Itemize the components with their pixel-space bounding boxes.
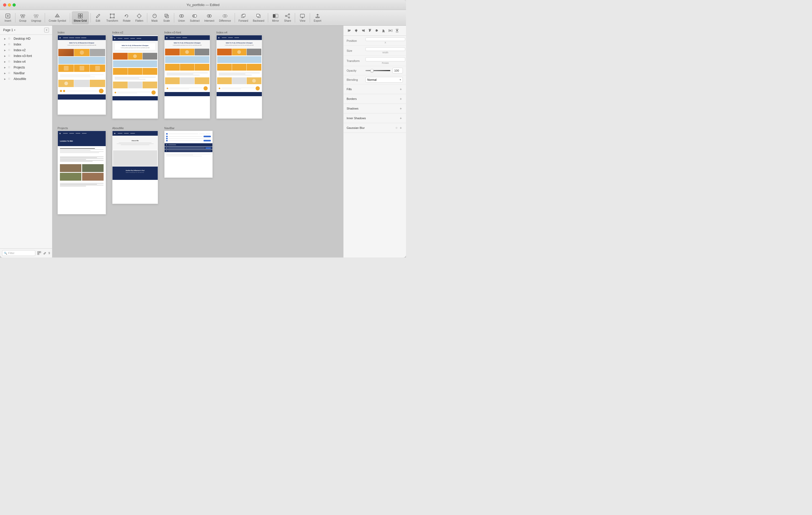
- svg-point-42: [285, 16, 287, 17]
- add-fill-button[interactable]: +: [399, 87, 403, 91]
- shadows-title: Shadows: [347, 107, 358, 110]
- share-label: Share: [284, 19, 291, 22]
- svg-marker-21: [124, 15, 126, 16]
- svg-rect-65: [369, 29, 371, 30]
- rotate-input[interactable]: [366, 57, 405, 61]
- forward-button[interactable]: Forward: [236, 11, 250, 24]
- align-bottom-button[interactable]: [381, 28, 386, 33]
- shadows-header[interactable]: Shadows +: [347, 105, 403, 112]
- artboard-frame-index-v2[interactable]: Hello! I'm Yu Qi, UX Researcher & Design…: [112, 35, 158, 119]
- transform-button[interactable]: Transform: [105, 11, 120, 24]
- svg-point-19: [110, 17, 111, 18]
- artboard-icon: □: [8, 77, 12, 81]
- align-center-h-button[interactable]: [353, 28, 359, 33]
- export-button[interactable]: Export: [312, 11, 323, 24]
- width-input[interactable]: [366, 47, 405, 51]
- sidebar-item-index[interactable]: ▶ □ Index: [1, 41, 51, 47]
- distribute-v-button[interactable]: [394, 28, 400, 33]
- intersect-button[interactable]: Intersect: [202, 11, 216, 24]
- borders-title: Borders: [347, 97, 357, 100]
- svg-line-45: [287, 14, 289, 16]
- sidebar-item-aboutme[interactable]: ▶ □ AboutMe: [1, 76, 51, 82]
- search-box[interactable]: 🔍 Filter: [2, 250, 35, 256]
- borders-header[interactable]: Borders +: [347, 96, 403, 102]
- svg-rect-60: [355, 30, 357, 31]
- add-shadow-button[interactable]: +: [399, 107, 403, 111]
- artboard-frame-index-v4[interactable]: Hello! I'm Yu Qi, UX Researcher & Design…: [216, 35, 262, 119]
- artboard-frame-projects[interactable]: London Yu Mei: [58, 131, 106, 214]
- artboard-group-index: Index Hello! I'm Yu, UX Researcher & Des…: [58, 31, 106, 115]
- scale-button[interactable]: Scale: [161, 11, 172, 24]
- sidebar-item-index-v2[interactable]: ▶ □ Index-v2: [1, 47, 51, 53]
- difference-button[interactable]: Difference: [217, 11, 233, 24]
- page-dropdown[interactable]: Page 1 ▾: [3, 28, 16, 32]
- show-grid-button[interactable]: Show Grid: [72, 11, 89, 24]
- sidebar-item-index-v3-font[interactable]: ▶ □ Index-v3-font: [1, 53, 51, 59]
- fullscreen-button[interactable]: [12, 3, 16, 6]
- sidebar-item-index-v4[interactable]: ▶ □ Index-v4: [1, 59, 51, 65]
- add-inner-shadow-button[interactable]: +: [399, 116, 403, 120]
- add-gaussian-blur-button[interactable]: +: [399, 126, 403, 130]
- svg-rect-7: [36, 14, 38, 16]
- toggle-view-button[interactable]: [37, 251, 41, 255]
- sidebar-item-desktop-hd[interactable]: ▶ □ Desktop HD: [1, 36, 51, 41]
- union-button[interactable]: Union: [176, 11, 187, 24]
- alignment-row: [344, 26, 406, 36]
- x-input[interactable]: [366, 37, 405, 41]
- add-border-button[interactable]: +: [399, 97, 403, 101]
- width-input-wrapper: Width: [366, 47, 405, 54]
- insert-button[interactable]: Insert: [2, 11, 13, 24]
- view-button[interactable]: View: [297, 11, 308, 24]
- flatten-button[interactable]: Flatten: [133, 11, 145, 24]
- rotate-button[interactable]: Rotate: [121, 11, 133, 24]
- search-icon: 🔍: [4, 252, 7, 254]
- mirror-button[interactable]: Mirror: [270, 11, 281, 24]
- edit-layers-button[interactable]: [42, 251, 47, 255]
- sidebar-item-navibar[interactable]: ▶ □ NaviBar: [1, 70, 51, 76]
- backward-button[interactable]: Backward: [251, 11, 266, 24]
- svg-rect-52: [316, 17, 319, 18]
- inner-shadows-header[interactable]: Inner Shadows +: [347, 115, 403, 121]
- svg-rect-56: [348, 29, 348, 32]
- artboard-group-projects: Projects: [58, 126, 106, 214]
- ungroup-button[interactable]: Ungroup: [29, 11, 43, 24]
- canvas-area[interactable]: Index Hello! I'm Yu, UX Researcher & Des…: [52, 26, 343, 258]
- opacity-thumb[interactable]: [370, 69, 374, 72]
- scale-icon: [164, 13, 170, 19]
- share-button[interactable]: Share: [282, 11, 293, 24]
- blending-chevron-icon: ▾: [400, 79, 401, 81]
- edit-button[interactable]: Edit: [92, 11, 104, 24]
- create-symbol-button[interactable]: Create Symbol: [47, 11, 68, 24]
- align-middle-button[interactable]: [374, 28, 380, 33]
- fills-header[interactable]: Fills +: [347, 86, 403, 92]
- artboard-frame-aboutme[interactable]: About Me Another Key Influencer is You! …: [112, 131, 158, 204]
- artboard-frame-index[interactable]: Hello! I'm Yu, UX Researcher & Designer …: [58, 35, 106, 115]
- backward-icon: [256, 13, 261, 19]
- minimize-button[interactable]: [8, 3, 11, 6]
- align-right-button[interactable]: [360, 28, 366, 33]
- mask-button[interactable]: Mask: [149, 11, 161, 24]
- opacity-value[interactable]: [393, 68, 403, 73]
- artboard-frame-navibar[interactable]: [164, 131, 213, 178]
- blending-select[interactable]: Normal ▾: [366, 77, 403, 83]
- create-symbol-label: Create Symbol: [49, 19, 66, 22]
- subtract-button[interactable]: Subtract: [188, 11, 202, 24]
- add-page-button[interactable]: +: [44, 28, 49, 32]
- svg-point-44: [289, 17, 290, 18]
- close-button[interactable]: [3, 3, 6, 6]
- group-button[interactable]: Group: [17, 11, 29, 24]
- svg-rect-64: [362, 31, 364, 31]
- distribute-h-button[interactable]: [387, 28, 393, 33]
- svg-rect-57: [348, 30, 351, 31]
- align-left-button[interactable]: [347, 28, 352, 33]
- opacity-label: Opacity: [347, 69, 364, 72]
- align-top-button[interactable]: [367, 28, 373, 33]
- opacity-slider[interactable]: [366, 70, 390, 71]
- sidebar-item-projects[interactable]: ▶ □ Projects: [1, 65, 51, 70]
- sidebar-item-label: Projects: [13, 66, 25, 69]
- gaussian-blur-header[interactable]: Gaussian Blur ⊙ +: [347, 125, 403, 131]
- artboard-frame-index-v3-font[interactable]: Hello! I'm Yu Qi, UX Researcher & Design…: [164, 35, 210, 119]
- forward-icon: [240, 13, 246, 19]
- toolbar-divider-1: [15, 13, 16, 23]
- artboard-icon: □: [8, 66, 12, 69]
